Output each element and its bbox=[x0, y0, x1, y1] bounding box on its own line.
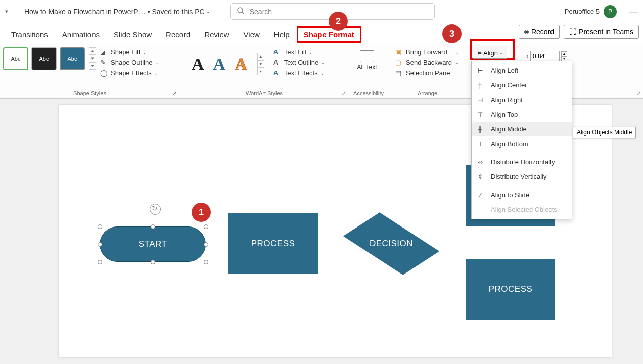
ribbon-tabs: Transitions Animations Slide Show Record… bbox=[0, 23, 643, 44]
text-fill-label: Text Fill bbox=[284, 48, 306, 56]
selection-pane-button[interactable]: ▤Selection Pane bbox=[395, 69, 460, 77]
shape-effects-button[interactable]: ◯Shape Effects⌄ bbox=[100, 69, 159, 77]
qat-caret-icon[interactable]: ▾ bbox=[5, 8, 15, 15]
layer-down-icon: ▢ bbox=[395, 59, 403, 66]
size-launcher-icon[interactable]: ⤢ bbox=[637, 90, 641, 96]
wa-thumb-3[interactable]: A bbox=[235, 55, 247, 74]
group-label-wordart: WordArt Styles bbox=[179, 90, 349, 96]
text-outline-button[interactable]: AText Outline⌄ bbox=[273, 59, 326, 66]
tab-transitions[interactable]: Transitions bbox=[4, 26, 55, 43]
style-thumb-3[interactable]: Abc bbox=[60, 47, 85, 70]
text-effects-button[interactable]: AText Effects⌄ bbox=[273, 69, 326, 77]
dd-label: Distribute Horizontally bbox=[491, 158, 555, 166]
gallery-scroll: ▲ ▼ ▾ bbox=[89, 47, 96, 70]
gallery-more-icon[interactable]: ▾ bbox=[257, 68, 264, 75]
group-label-arrange: Arrange bbox=[388, 90, 467, 96]
resize-handle[interactable] bbox=[151, 224, 155, 229]
shape-fill-label: Shape Fill bbox=[111, 48, 140, 56]
wordart-gallery[interactable]: A A A ▲ ▼ ▾ bbox=[182, 47, 269, 77]
minimize-icon[interactable]: — bbox=[629, 6, 638, 17]
shape-process-1[interactable]: PROCESS bbox=[228, 213, 318, 274]
send-backward-label: Send Backward bbox=[406, 59, 452, 66]
present-teams-button[interactable]: ⛶Present in Teams bbox=[564, 25, 639, 39]
record-button[interactable]: Record bbox=[519, 25, 560, 39]
tab-record[interactable]: Record bbox=[159, 26, 197, 43]
tab-slide-show[interactable]: Slide Show bbox=[107, 26, 159, 43]
tooltip-align-middle: Align Objects Middle bbox=[573, 127, 636, 138]
resize-handle[interactable] bbox=[98, 242, 102, 247]
dd-label: Align Top bbox=[491, 111, 518, 118]
dd-distribute-h[interactable]: ⇔Distribute Horizontally bbox=[472, 155, 572, 169]
shape-start[interactable]: START bbox=[100, 226, 206, 262]
dd-distribute-v[interactable]: ⇕Distribute Vertically bbox=[472, 169, 572, 184]
scroll-up-icon[interactable]: ▲ bbox=[257, 53, 264, 60]
tab-review[interactable]: Review bbox=[197, 26, 236, 43]
shape-outline-button[interactable]: ✎Shape Outline⌄ bbox=[100, 59, 159, 66]
spin-up-icon[interactable]: ▲ bbox=[561, 51, 567, 56]
gallery-more-icon[interactable]: ▾ bbox=[89, 62, 96, 70]
align-middle-icon: ╫ bbox=[478, 126, 486, 133]
dd-label: Align Center bbox=[491, 81, 527, 89]
dd-align-left[interactable]: ⊢Align Left bbox=[472, 63, 572, 78]
group-label-styles: Shape Styles bbox=[0, 90, 179, 96]
send-backward-button[interactable]: ▢Send Backward⌄ bbox=[395, 59, 460, 66]
group-accessibility: Alt Text Accessibility bbox=[349, 44, 388, 98]
saved-state[interactable]: • Saved to this PC bbox=[148, 8, 205, 16]
record-btn-label: Record bbox=[531, 28, 554, 36]
text-fill-button[interactable]: AText Fill⌄ bbox=[273, 48, 326, 56]
resize-handle[interactable] bbox=[204, 242, 208, 247]
shape-process-2[interactable]: PROCESS bbox=[466, 259, 555, 320]
align-center-icon: ╪ bbox=[478, 82, 486, 89]
tab-help[interactable]: Help bbox=[267, 26, 297, 43]
saved-caret-icon[interactable]: ⌄ bbox=[206, 9, 210, 14]
shape-label: PROCESS bbox=[489, 284, 533, 294]
caret-icon: ⌄ bbox=[309, 50, 313, 55]
caret-icon: ⌄ bbox=[321, 60, 325, 65]
dd-align-center[interactable]: ╪Align Center bbox=[472, 78, 572, 93]
scroll-up-icon[interactable]: ▲ bbox=[89, 47, 96, 55]
bring-forward-label: Bring Forward bbox=[406, 48, 447, 56]
align-label: Align bbox=[483, 49, 498, 57]
shape-fill-button[interactable]: ◢Shape Fill⌄ bbox=[100, 48, 159, 56]
check-icon: ✓ bbox=[478, 192, 486, 199]
dd-label: Align to Slide bbox=[491, 191, 529, 199]
resize-handle[interactable] bbox=[204, 260, 208, 264]
rotate-handle-icon[interactable] bbox=[150, 204, 161, 215]
user-name[interactable]: Peruoffice 5 bbox=[565, 8, 600, 15]
wa-thumb-2[interactable]: A bbox=[213, 55, 226, 74]
height-input[interactable] bbox=[530, 51, 560, 62]
resize-handle[interactable] bbox=[98, 224, 102, 229]
resize-handle[interactable] bbox=[204, 224, 208, 229]
dd-align-right[interactable]: ⊣Align Right bbox=[472, 93, 572, 107]
scroll-down-icon[interactable]: ▼ bbox=[257, 60, 264, 68]
tab-view[interactable]: View bbox=[237, 26, 267, 43]
dd-align-middle[interactable]: ╫Align Middle bbox=[472, 122, 572, 136]
dd-label: Align Selected Objects bbox=[491, 206, 557, 213]
dialog-launcher-icon[interactable]: ⤢ bbox=[342, 90, 346, 96]
dd-label: Align Left bbox=[491, 67, 518, 74]
resize-handle[interactable] bbox=[151, 260, 155, 264]
dd-align-top[interactable]: ⊤Align Top bbox=[472, 107, 572, 122]
align-top-icon: ⊤ bbox=[478, 111, 486, 118]
style-thumb-2[interactable]: Abc bbox=[31, 47, 57, 70]
dd-align-bottom[interactable]: ⊥Align Bottom bbox=[472, 136, 572, 151]
tab-shape-format[interactable]: Shape Format bbox=[297, 26, 361, 43]
shape-label: START bbox=[139, 239, 167, 249]
teams-icon: ⛶ bbox=[569, 28, 576, 36]
dd-align-selected: Align Selected Objects bbox=[472, 202, 572, 217]
scroll-down-icon[interactable]: ▼ bbox=[89, 55, 96, 62]
tab-animations[interactable]: Animations bbox=[55, 26, 107, 43]
align-button[interactable]: ⊫ Align ⌄ bbox=[473, 47, 507, 59]
shape-style-gallery[interactable]: Abc Abc Abc ▲ ▼ ▾ bbox=[3, 47, 96, 77]
resize-handle[interactable] bbox=[98, 260, 102, 264]
caret-icon: ⌄ bbox=[455, 60, 460, 65]
wa-thumb-1[interactable]: A bbox=[192, 55, 204, 74]
bring-forward-button[interactable]: ▣Bring Forward⌄ bbox=[395, 48, 460, 56]
avatar[interactable]: P bbox=[604, 5, 617, 18]
dialog-launcher-icon[interactable]: ⤢ bbox=[172, 90, 176, 96]
style-thumb-1[interactable]: Abc bbox=[3, 47, 28, 70]
shape-decision[interactable]: DECISION bbox=[343, 214, 440, 274]
alt-text-button[interactable]: Alt Text bbox=[352, 47, 382, 71]
dd-align-to-slide[interactable]: ✓Align to Slide bbox=[472, 188, 572, 202]
shape-outline-label: Shape Outline bbox=[111, 59, 152, 66]
